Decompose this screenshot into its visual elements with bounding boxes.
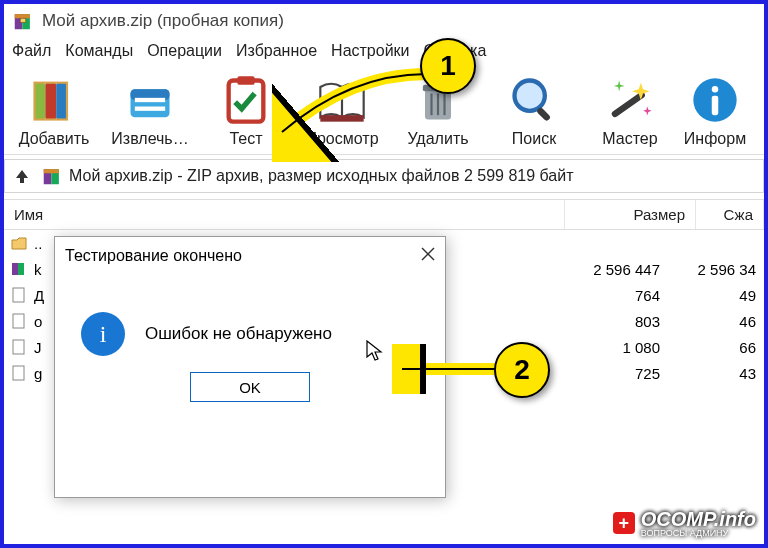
column-packed[interactable]: Сжа	[696, 200, 764, 229]
menu-bar: Файл Команды Операции Избранное Настройк…	[4, 38, 764, 66]
window-title: Мой архив.zip (пробная копия)	[42, 11, 284, 31]
toolbar-view[interactable]: Просмотр	[296, 70, 388, 154]
dialog-title: Тестирование окончено	[65, 247, 242, 265]
file-icon	[10, 338, 28, 356]
file-packed: 2 596 34	[668, 261, 764, 278]
svg-rect-2	[15, 14, 30, 18]
title-bar: Мой архив.zip (пробная копия)	[4, 4, 764, 38]
up-arrow-icon	[14, 168, 30, 184]
svg-marker-26	[643, 107, 652, 116]
svg-rect-13	[237, 76, 254, 85]
svg-rect-34	[18, 263, 24, 275]
svg-rect-3	[20, 18, 26, 22]
address-path[interactable]: Мой архив.zip - ZIP архив, размер исходн…	[69, 167, 574, 185]
ok-button[interactable]: OK	[190, 372, 310, 402]
svg-marker-25	[614, 81, 625, 92]
svg-rect-33	[12, 263, 18, 275]
menu-settings[interactable]: Настройки	[331, 42, 409, 60]
menu-operations[interactable]: Операции	[147, 42, 222, 60]
up-button[interactable]	[9, 163, 35, 189]
wand-icon	[604, 74, 656, 126]
file-icon	[10, 312, 28, 330]
svg-rect-4	[35, 83, 46, 120]
svg-rect-36	[13, 314, 24, 328]
svg-rect-11	[135, 107, 165, 111]
column-size[interactable]: Размер	[565, 200, 696, 229]
file-size: 803	[550, 313, 668, 330]
toolbar-find-label: Поиск	[512, 130, 556, 148]
drawer-icon	[124, 74, 176, 126]
folder-up-icon	[10, 234, 28, 252]
menu-commands[interactable]: Команды	[65, 42, 133, 60]
toolbar-extract-label: Извлечь…	[111, 130, 188, 148]
menu-file[interactable]: Файл	[12, 42, 51, 60]
file-size: 725	[550, 365, 668, 382]
open-book-icon	[316, 74, 368, 126]
toolbar-add[interactable]: Добавить	[8, 70, 100, 154]
toolbar: Добавить Извлечь… Тест	[4, 66, 764, 155]
info-icon	[689, 74, 741, 126]
archive-file-icon	[41, 165, 63, 187]
svg-rect-22	[536, 107, 551, 122]
file-packed: 43	[668, 365, 764, 382]
search-icon	[508, 74, 560, 126]
toolbar-add-label: Добавить	[19, 130, 90, 148]
toolbar-find[interactable]: Поиск	[488, 70, 580, 154]
file-size: 2 596 447	[550, 261, 668, 278]
svg-rect-14	[320, 115, 363, 122]
toolbar-wizard[interactable]: Мастер	[584, 70, 676, 154]
close-icon	[421, 247, 435, 261]
dialog-close-button[interactable]	[421, 245, 435, 266]
toolbar-test[interactable]: Тест	[200, 70, 292, 154]
toolbar-info[interactable]: Информ	[680, 70, 750, 154]
file-packed: 49	[668, 287, 764, 304]
test-result-dialog: Тестирование окончено i Ошибок не обнару…	[54, 236, 446, 498]
toolbar-test-label: Тест	[229, 130, 262, 148]
svg-rect-32	[44, 169, 59, 173]
dialog-message: Ошибок не обнаружено	[145, 324, 332, 344]
mouse-cursor-icon	[364, 339, 388, 363]
file-icon	[10, 286, 28, 304]
file-icon	[10, 364, 28, 382]
file-size: 1 080	[550, 339, 668, 356]
column-name[interactable]: Имя	[4, 200, 565, 229]
file-size: 764	[550, 287, 668, 304]
svg-rect-10	[135, 98, 165, 102]
file-packed: 46	[668, 313, 764, 330]
toolbar-wizard-label: Мастер	[602, 130, 657, 148]
file-name: ..	[34, 235, 42, 252]
toolbar-delete-label: Удалить	[407, 130, 468, 148]
toolbar-info-label: Информ	[684, 130, 746, 148]
watermark-brand: OCOMP	[641, 508, 714, 530]
svg-rect-5	[45, 83, 56, 120]
file-list-header: Имя Размер Сжа	[4, 199, 764, 230]
svg-rect-29	[712, 96, 719, 116]
archive-file-icon	[10, 260, 28, 278]
winrar-icon	[12, 10, 34, 32]
address-bar: Мой архив.zip - ZIP архив, размер исходн…	[4, 159, 764, 193]
annotation-badge-1: 1	[420, 38, 476, 94]
file-packed: 66	[668, 339, 764, 356]
plus-icon: +	[613, 512, 635, 534]
menu-favorites[interactable]: Избранное	[236, 42, 317, 60]
svg-point-21	[515, 81, 545, 111]
toolbar-extract[interactable]: Извлечь…	[104, 70, 196, 154]
svg-rect-35	[13, 288, 24, 302]
file-name: k	[34, 261, 42, 278]
file-name: Д	[34, 287, 44, 304]
watermark-tld: .info	[714, 508, 756, 530]
svg-rect-38	[13, 366, 24, 380]
books-icon	[28, 74, 80, 126]
checklist-icon	[220, 74, 272, 126]
watermark: + OCOMP.info ВОПРОСЫ АДМИНУ	[613, 508, 756, 538]
info-icon: i	[81, 312, 125, 356]
file-name: J	[34, 339, 42, 356]
file-name: o	[34, 313, 42, 330]
annotation-badge-2: 2	[494, 342, 550, 398]
svg-point-28	[712, 86, 719, 93]
file-name: g	[34, 365, 42, 382]
toolbar-view-label: Просмотр	[305, 130, 378, 148]
svg-rect-37	[13, 340, 24, 354]
svg-rect-6	[56, 83, 67, 120]
